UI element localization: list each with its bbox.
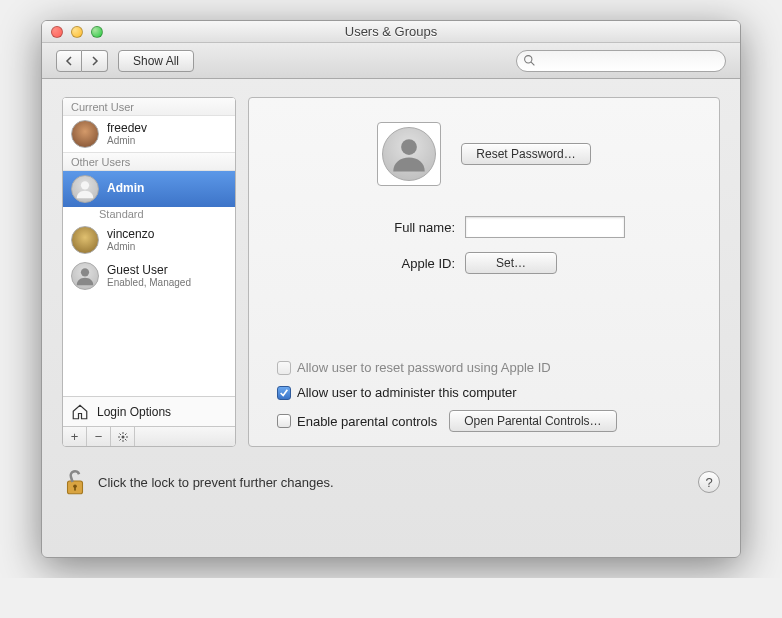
gear-icon bbox=[117, 431, 129, 443]
unlocked-padlock-icon[interactable] bbox=[62, 467, 88, 497]
add-user-button[interactable]: + bbox=[63, 427, 87, 446]
action-menu-button[interactable] bbox=[111, 427, 135, 446]
svg-point-2 bbox=[81, 181, 89, 189]
checkbox-row-admin: Allow user to administer this computer bbox=[277, 385, 691, 400]
user-name: freedev bbox=[107, 122, 147, 135]
checkbox-label: Allow user to reset password using Apple… bbox=[297, 360, 551, 375]
back-button[interactable] bbox=[56, 50, 82, 72]
svg-line-10 bbox=[125, 439, 127, 441]
user-group-label: Standard bbox=[99, 209, 144, 220]
section-other-users: Other Users bbox=[63, 152, 235, 171]
section-current-user: Current User bbox=[63, 98, 235, 116]
user-name: vincenzo bbox=[107, 228, 154, 241]
footer: Click the lock to prevent further change… bbox=[62, 467, 720, 497]
checkbox-admin[interactable] bbox=[277, 386, 291, 400]
svg-point-4 bbox=[121, 435, 124, 438]
minimize-window-button[interactable] bbox=[71, 26, 83, 38]
chevron-left-icon bbox=[65, 56, 73, 66]
main-panel: Reset Password… Full name: Apple ID: Set… bbox=[248, 97, 720, 447]
user-name: Guest User bbox=[107, 264, 191, 277]
open-parental-controls-button[interactable]: Open Parental Controls… bbox=[449, 410, 616, 432]
checkbox-label: Enable parental controls bbox=[297, 414, 437, 429]
svg-line-9 bbox=[119, 433, 121, 435]
svg-point-0 bbox=[525, 55, 532, 62]
nav-segmented-control bbox=[56, 50, 108, 72]
user-list: Current User freedev Admin Other Users bbox=[63, 98, 235, 396]
zoom-window-button[interactable] bbox=[91, 26, 103, 38]
search-field-wrap bbox=[516, 50, 726, 72]
avatar-icon bbox=[71, 226, 99, 254]
appleid-label: Apple ID: bbox=[343, 256, 455, 271]
svg-point-3 bbox=[81, 268, 89, 276]
person-silhouette-icon bbox=[71, 262, 99, 290]
appleid-set-button[interactable]: Set… bbox=[465, 252, 557, 274]
show-all-button[interactable]: Show All bbox=[118, 50, 194, 72]
checkmark-icon bbox=[279, 388, 289, 398]
lock-tip-text: Click the lock to prevent further change… bbox=[98, 475, 334, 490]
login-options-label: Login Options bbox=[97, 405, 171, 419]
avatar-icon bbox=[71, 120, 99, 148]
forward-button[interactable] bbox=[82, 50, 108, 72]
user-sidebar: Current User freedev Admin Other Users bbox=[62, 97, 236, 447]
user-row-standard-group: Standard bbox=[63, 207, 235, 222]
reset-password-button[interactable]: Reset Password… bbox=[461, 143, 590, 165]
search-input[interactable] bbox=[516, 50, 726, 72]
svg-point-13 bbox=[401, 139, 417, 155]
home-icon bbox=[71, 403, 89, 421]
titlebar: Users & Groups bbox=[42, 21, 740, 43]
user-role: Admin bbox=[107, 242, 154, 252]
search-icon bbox=[523, 54, 536, 67]
checkbox-label: Allow user to administer this computer bbox=[297, 385, 517, 400]
checkbox-row-reset-appleid: Allow user to reset password using Apple… bbox=[277, 360, 691, 375]
user-role: Enabled, Managed bbox=[107, 278, 191, 288]
checkbox-row-parental: Enable parental controls Open Parental C… bbox=[277, 410, 691, 432]
svg-rect-16 bbox=[74, 486, 76, 490]
user-row-guest[interactable]: Guest User Enabled, Managed bbox=[63, 258, 235, 294]
user-name: Admin bbox=[107, 182, 144, 195]
fullname-input[interactable] bbox=[465, 216, 625, 238]
svg-line-11 bbox=[119, 439, 121, 441]
checkbox-reset-appleid[interactable] bbox=[277, 361, 291, 375]
window-title: Users & Groups bbox=[42, 24, 740, 39]
sidebar-footer: + − bbox=[63, 426, 235, 446]
person-silhouette-icon bbox=[382, 127, 436, 181]
svg-line-1 bbox=[531, 62, 534, 65]
user-row-current[interactable]: freedev Admin bbox=[63, 116, 235, 152]
toolbar: Show All bbox=[42, 43, 740, 79]
chevron-right-icon bbox=[91, 56, 99, 66]
user-row-admin[interactable]: Admin bbox=[63, 171, 235, 207]
close-window-button[interactable] bbox=[51, 26, 63, 38]
fullname-label: Full name: bbox=[343, 220, 455, 235]
help-button[interactable]: ? bbox=[698, 471, 720, 493]
checkbox-parental[interactable] bbox=[277, 414, 291, 428]
remove-user-button[interactable]: − bbox=[87, 427, 111, 446]
content-area: Current User freedev Admin Other Users bbox=[42, 79, 740, 557]
window-controls bbox=[42, 26, 103, 38]
profile-picture[interactable] bbox=[377, 122, 441, 186]
preferences-window: Users & Groups Show All Current User bbox=[41, 20, 741, 558]
user-row-vincenzo[interactable]: vincenzo Admin bbox=[63, 222, 235, 258]
person-silhouette-icon bbox=[71, 175, 99, 203]
login-options-row[interactable]: Login Options bbox=[63, 396, 235, 426]
user-role: Admin bbox=[107, 136, 147, 146]
svg-line-12 bbox=[125, 433, 127, 435]
